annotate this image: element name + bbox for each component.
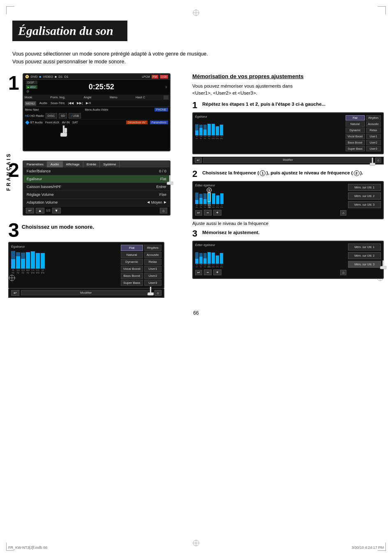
- disp-btn: DISP: [26, 81, 37, 84]
- screen-1-container: 📀 DVD ■ VIDEO ■ D1 D1 LPCM PM 1:00: [23, 73, 185, 155]
- eq-mode-acoustic: Acoustic: [144, 252, 161, 258]
- adj-note: Ajuste aussi le niveau de la fréquence: [192, 221, 384, 226]
- eq-bar-800: 800Hz: [26, 252, 30, 274]
- phone-btn: PHONE: [154, 108, 168, 111]
- menu-row: Mode Form. Img. Angle Menu Haut C: [23, 95, 170, 100]
- menu-header: Paramètres Audio Affichage Entrée Systèm…: [23, 161, 170, 167]
- time-main: 0:25:52: [37, 83, 166, 91]
- step-3-label: 3: [8, 220, 19, 240]
- memorisation-heading: Mémorisation de vos propres ajustements: [192, 73, 384, 79]
- eq-mode-user3: User3: [144, 280, 161, 286]
- eq-left-panel: Égaliseur 45Hz: [11, 245, 119, 286]
- right-eq-screen-2: Éditer égaliseur 45Hz 120Hz: [192, 181, 384, 219]
- finger-eq: [166, 175, 174, 186]
- eq-screen-label: Égaliseur: [11, 245, 119, 248]
- eq-mode-user1: User1: [144, 266, 161, 272]
- home-btn: ⌂: [160, 208, 167, 214]
- eq-mode-vocal: Vocal Boost: [121, 266, 143, 272]
- mem-util-3-btn[interactable]: Mém. sur Util. 3: [348, 201, 381, 208]
- right-eq-bars-1: Égaliseur 45Hz 120Hz 3: [195, 115, 344, 151]
- plus-btn: +: [213, 210, 221, 216]
- intro-text: Vous pouvez sélectionner un mode sonore …: [12, 50, 380, 66]
- eq-mode-natural: Natural: [121, 252, 143, 258]
- usb-btn: ↕ USB: [69, 113, 81, 118]
- eq-mode-flat: Flat: [121, 245, 143, 251]
- eq-bar-45: 45Hz: [11, 251, 15, 274]
- footer: FR_KW-NT3[J]f.indb 66 3/30/10 4:24:17 PM: [8, 545, 384, 550]
- finger-1: [60, 125, 68, 138]
- settings-icon: ⚙: [26, 89, 37, 94]
- svg-rect-12: [65, 128, 67, 133]
- minus-btn-3: −: [204, 269, 212, 275]
- step-1-row: 1 📀 DVD ■ VIDEO ■ D1 D1 LPCM PM: [8, 73, 185, 155]
- eq-bar-315: 315Hz: [21, 253, 25, 274]
- menu-label: MENU: [25, 101, 36, 106]
- dvd-icon: 📀: [25, 75, 29, 79]
- left-column: 1 📀 DVD ■ VIDEO ■ D1 D1 LPCM PM: [8, 73, 185, 298]
- mem-util-3-btn-3[interactable]: Mém. sur Util. 3: [348, 261, 381, 268]
- rec-badge: PM: [152, 75, 159, 79]
- corner-tr: [378, 6, 386, 14]
- eq-screen-3-bars: 45Hz 120Hz 315Hz 2.4: [195, 247, 346, 268]
- mem-buttons-2: Mém. sur Util. 1 Mém. sur Util. 2 Mém. s…: [348, 184, 381, 216]
- mem-buttons-3: Mém. sur Util. 1 Mém. sur Util. 2 Mém. s…: [348, 244, 381, 276]
- page-title: Égalisation du son: [18, 24, 122, 38]
- adj-btn: ▶ ADJ: [26, 85, 37, 89]
- memorisation-intro: Vous pouvez mémoriser vous ajustements d…: [192, 83, 384, 97]
- time-display: DISP ▶ ADJ ⚙ 0:25:52 II: [23, 80, 170, 95]
- page-title-block: Égalisation du son: [12, 21, 127, 41]
- freq-badge-1: 1: [207, 188, 212, 193]
- eq-mode-superbass: Super Bass: [121, 280, 143, 286]
- mem-step-2: 2 Choisissez la fréquence (1), puis ajus…: [192, 169, 384, 179]
- back-btn: ↩: [26, 208, 34, 214]
- footer-left: FR_KW-NT3[J]f.indb 66: [8, 545, 47, 550]
- main-content: 1 📀 DVD ■ VIDEO ■ D1 D1 LPCM PM: [8, 73, 384, 298]
- mem-step-3: 3 Mémorisez le ajustement.: [192, 229, 384, 238]
- step-3-row: 3 Choisissez un mode sonore.: [8, 220, 185, 240]
- left-crosshair: [8, 274, 16, 283]
- mem-step-3-label: 3: [192, 229, 197, 238]
- bottom-nav-row: 🔷 BT Audio Front AUX AV-IN SAT Désactive…: [23, 119, 170, 125]
- eq-mode-dynamic: Dynamic: [121, 259, 143, 265]
- mem-step-1-text: Répétez les étapes 1 et 2, puis à l'étap…: [202, 101, 325, 107]
- menu-row-4: Réglage Volume Fixe: [23, 191, 170, 199]
- menu-nav-controls: ↩ ▲ 1/2 ▼ ⌂: [23, 207, 170, 215]
- eq-bar-15k: 15kHz: [41, 253, 45, 274]
- corner-tl: [6, 6, 14, 14]
- step-3-title: Choisissez un mode sonore.: [22, 224, 185, 230]
- eq-col-right: Rhythm Acoustic Relax User1 User2 User3: [144, 245, 161, 286]
- mem-step-2-label: 2: [192, 169, 197, 179]
- mem-step-1: 1 Répétez les étapes 1 et 2, puis à l'ét…: [192, 101, 384, 110]
- mem-util-2-btn[interactable]: Mém. sur Util. 2: [348, 193, 381, 200]
- right-column: Mémorisation de vos propres ajustements …: [185, 73, 384, 298]
- eq-mode-rhythm: Rhythm: [144, 245, 161, 251]
- eq-bars-container: 45Hz 120Hz 315Hz: [11, 249, 119, 274]
- mem-util-1-btn[interactable]: Mém. sur Util. 1: [348, 184, 381, 191]
- screen-2-container: Paramètres Audio Affichage Entrée Systèm…: [23, 160, 185, 216]
- minus-btn: −: [204, 210, 212, 216]
- eq-bar-120: 120Hz: [16, 252, 20, 274]
- right-eq-screen-3: Éditer égaliseur 45Hz 120Hz: [192, 241, 384, 279]
- mem-step-1-label: 1: [192, 101, 197, 110]
- right-eq-modes: Flat Natural Dynamic Vocal Boost Bass Bo…: [346, 115, 381, 151]
- modifier-btn: Modifier: [21, 290, 151, 295]
- eq-col-left: Flat Natural Dynamic Vocal Boost Bass Bo…: [121, 245, 143, 286]
- finger-modifier-2: [369, 158, 376, 167]
- step-3-container: 3 Choisissez un mode sonore. Égaliseur: [8, 220, 185, 298]
- eq-mode-columns: Flat Natural Dynamic Vocal Boost Bass Bo…: [121, 245, 161, 286]
- mem-util-1-btn-3[interactable]: Mém. sur Util. 1: [348, 244, 381, 251]
- eq-bottom-controls: ↩ Modifier ⌂: [8, 289, 164, 298]
- mem-util-2-btn-3[interactable]: Mém. sur Util. 2: [348, 252, 381, 259]
- eq-mode-bass: Bass Boost: [121, 273, 143, 279]
- screen-topbar: 📀 DVD ■ VIDEO ■ D1 D1 LPCM PM 1:00: [23, 74, 170, 80]
- finger-mem3: [380, 260, 387, 270]
- screen-1: 📀 DVD ■ VIDEO ■ D1 D1 LPCM PM 1:00: [23, 73, 171, 151]
- eq-bar-24k: 2.4kHz: [31, 251, 35, 274]
- page-number: 66: [0, 306, 392, 320]
- step-1-label: 1: [8, 73, 19, 93]
- home-btn-eq: ⌂: [154, 290, 161, 296]
- icon-grid: HD HD Radio DISC SD ↕ USB: [23, 112, 170, 119]
- eq-screen-left: Égaliseur 45Hz: [8, 242, 164, 289]
- nav-row: Menu Navi Menu Audio-Vidéo PHONE: [23, 107, 170, 112]
- intro-line2: Vous pouvez aussi personnaliser le mode …: [12, 58, 380, 66]
